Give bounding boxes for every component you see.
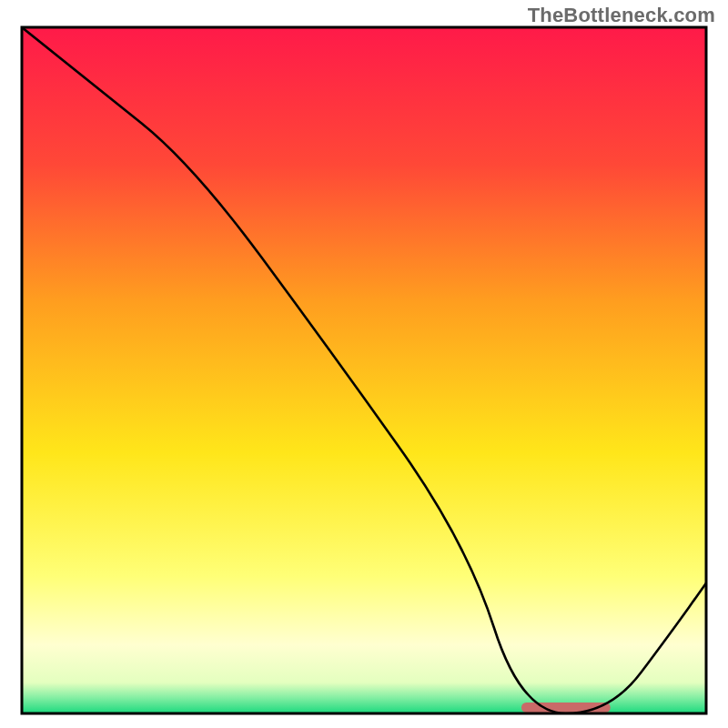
- bottleneck-chart: [0, 0, 728, 728]
- plot-area: [22, 27, 706, 713]
- plot-background: [22, 27, 706, 713]
- watermark-text: TheBottleneck.com: [528, 4, 715, 27]
- chart-frame: TheBottleneck.com: [0, 0, 728, 728]
